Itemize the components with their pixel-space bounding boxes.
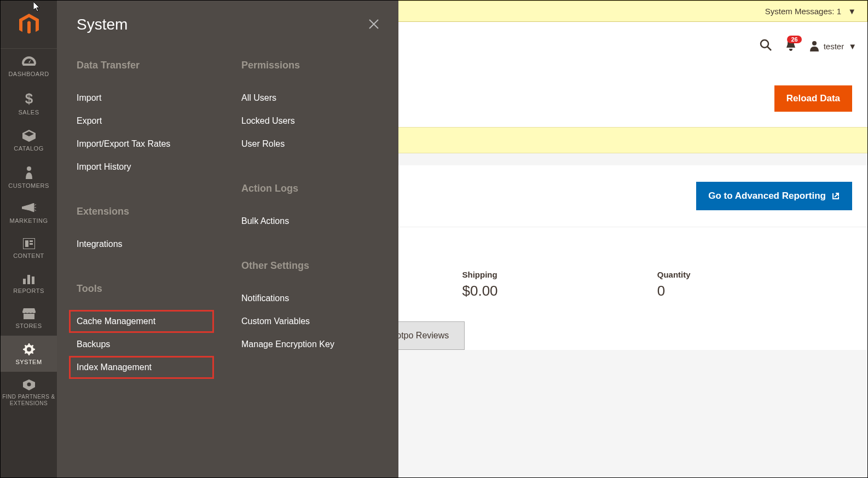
svg-text:$: $ <box>25 91 33 106</box>
link-locked-users[interactable]: Locked Users <box>234 110 379 133</box>
external-link-icon <box>831 192 840 200</box>
nav-system[interactable]: SYSTEM <box>1 336 57 372</box>
stat-shipping-label: Shipping <box>462 270 657 279</box>
link-import-history[interactable]: Import History <box>69 156 214 178</box>
nav-marketing[interactable]: MARKETING <box>1 195 57 231</box>
flyout-column-1: Data Transfer Import Export Import/Expor… <box>77 60 214 406</box>
caret-down-icon: ▼ <box>848 7 856 16</box>
content-icon <box>23 238 35 249</box>
stat-shipping-value: $0.00 <box>462 283 657 300</box>
reports-icon <box>23 273 35 284</box>
svg-point-11 <box>761 40 768 48</box>
nav-dashboard-label: DASHBOARD <box>1 71 57 77</box>
magento-logo-icon <box>19 14 39 36</box>
link-import-export-tax[interactable]: Import/Export Tax Rates <box>69 133 214 156</box>
admin-sidebar: DASHBOARD $ SALES CATALOG CUSTOMERS MARK… <box>1 1 57 477</box>
link-backups[interactable]: Backups <box>69 333 214 356</box>
system-messages-count: 1 <box>837 7 841 16</box>
nav-customers[interactable]: CUSTOMERS <box>1 158 57 195</box>
group-action-logs: Action Logs <box>241 183 379 194</box>
nav-sales[interactable]: $ SALES <box>1 84 57 122</box>
svg-rect-3 <box>25 240 28 247</box>
system-flyout: System Data Transfer Import Export Impor… <box>57 1 398 477</box>
magento-logo[interactable] <box>1 1 57 49</box>
group-data-transfer: Data Transfer <box>77 60 214 71</box>
link-import[interactable]: Import <box>69 87 214 110</box>
user-name: tester <box>824 42 844 51</box>
svg-line-12 <box>767 47 771 50</box>
catalog-icon <box>22 130 36 142</box>
svg-rect-4 <box>30 240 33 242</box>
dashboard-icon <box>22 56 36 67</box>
svg-point-9 <box>27 347 31 352</box>
flyout-column-2: Permissions All Users Locked Users User … <box>241 60 379 406</box>
svg-rect-7 <box>27 275 30 284</box>
nav-reports[interactable]: REPORTS <box>1 266 57 301</box>
close-icon <box>369 19 379 29</box>
nav-partners[interactable]: FIND PARTNERS & EXTENSIONS <box>1 372 57 413</box>
megaphone-icon <box>22 203 36 214</box>
svg-rect-8 <box>32 277 34 284</box>
notification-badge: 26 <box>787 36 801 43</box>
customers-icon <box>25 166 33 179</box>
dollar-icon: $ <box>25 91 33 106</box>
nav-content-label: CONTENT <box>1 252 57 259</box>
user-icon <box>809 41 819 51</box>
nav-stores-label: STORES <box>1 322 57 329</box>
reload-data-button[interactable]: Reload Data <box>774 85 852 112</box>
notifications-button[interactable]: 26 <box>785 39 796 53</box>
stat-quantity-value: 0 <box>657 283 852 300</box>
link-manage-encryption[interactable]: Manage Encryption Key <box>234 333 379 356</box>
svg-rect-5 <box>30 243 33 245</box>
nav-partners-label: FIND PARTNERS & EXTENSIONS <box>1 394 57 407</box>
svg-rect-2 <box>23 238 35 249</box>
link-bulk-actions[interactable]: Bulk Actions <box>234 210 379 233</box>
link-user-roles[interactable]: User Roles <box>234 133 379 156</box>
advanced-reporting-button[interactable]: Go to Advanced Reporting <box>696 182 852 210</box>
stat-quantity: Quantity 0 <box>657 270 852 300</box>
nav-customers-label: CUSTOMERS <box>1 182 57 189</box>
svg-point-10 <box>27 383 31 387</box>
link-integrations[interactable]: Integrations <box>69 233 214 256</box>
flyout-title: System <box>77 16 128 33</box>
group-other-settings: Other Settings <box>241 260 379 272</box>
nav-stores[interactable]: STORES <box>1 301 57 336</box>
svg-point-1 <box>27 166 31 171</box>
partners-icon <box>23 379 35 390</box>
link-custom-variables[interactable]: Custom Variables <box>234 310 379 333</box>
link-notifications[interactable]: Notifications <box>234 287 379 310</box>
system-messages-label: System Messages: <box>765 7 835 16</box>
nav-reports-label: REPORTS <box>1 287 57 294</box>
group-extensions: Extensions <box>77 206 214 217</box>
nav-dashboard[interactable]: DASHBOARD <box>1 49 57 84</box>
link-cache-management[interactable]: Cache Management <box>69 310 214 333</box>
nav-system-label: SYSTEM <box>1 359 57 365</box>
nav-catalog-label: CATALOG <box>1 145 57 152</box>
link-index-management[interactable]: Index Management <box>69 356 214 379</box>
nav-content[interactable]: CONTENT <box>1 231 57 266</box>
link-all-users[interactable]: All Users <box>234 87 379 110</box>
search-icon <box>759 38 772 51</box>
advanced-reporting-label: Go to Advanced Reporting <box>708 191 826 201</box>
group-tools: Tools <box>77 283 214 295</box>
flyout-close-button[interactable] <box>369 17 379 32</box>
user-menu[interactable]: tester ▼ <box>809 41 857 51</box>
system-messages-toggle[interactable]: System Messages: 1 ▼ <box>765 7 856 16</box>
group-permissions: Permissions <box>241 60 379 71</box>
nav-catalog[interactable]: CATALOG <box>1 122 57 158</box>
svg-rect-6 <box>23 279 26 284</box>
search-button[interactable] <box>759 38 772 54</box>
link-export[interactable]: Export <box>69 110 214 133</box>
svg-point-13 <box>812 41 817 45</box>
gear-icon <box>23 343 35 355</box>
stat-shipping: Shipping $0.00 <box>462 270 657 300</box>
stores-icon <box>22 308 36 319</box>
nav-marketing-label: MARKETING <box>1 217 57 224</box>
nav-sales-label: SALES <box>1 109 57 116</box>
caret-down-icon: ▼ <box>848 42 857 51</box>
stat-quantity-label: Quantity <box>657 270 852 279</box>
